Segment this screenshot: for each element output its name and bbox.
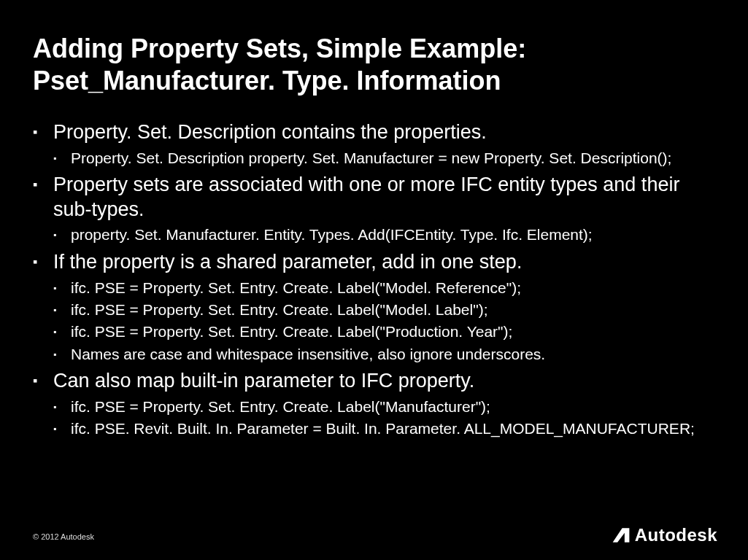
sub-bullet-item: ifc. PSE = Property. Set. Entry. Create.…: [53, 397, 715, 417]
bullet-item: Property. Set. Description contains the …: [33, 120, 715, 168]
sub-bullet-list: ifc. PSE = Property. Set. Entry. Create.…: [53, 278, 715, 365]
bullet-text: Property sets are associated with one or…: [53, 174, 679, 220]
sub-bullet-item: ifc. PSE = Property. Set. Entry. Create.…: [53, 278, 715, 298]
autodesk-logo: Autodesk: [612, 525, 717, 545]
bullet-text: Can also map built-in parameter to IFC p…: [53, 370, 474, 392]
bullet-item: If the property is a shared parameter, a…: [33, 250, 715, 365]
sub-bullet-item: ifc. PSE = Property. Set. Entry. Create.…: [53, 322, 715, 342]
copyright-footer: © 2012 Autodesk: [33, 532, 94, 541]
sub-bullet-item: Names are case and whitespace insensitiv…: [53, 344, 715, 365]
sub-bullet-item: ifc. PSE. Revit. Built. In. Parameter = …: [53, 419, 715, 439]
sub-bullet-list: property. Set. Manufacturer. Entity. Typ…: [53, 225, 715, 245]
autodesk-logo-text: Autodesk: [635, 525, 717, 545]
slide-title: Adding Property Sets, Simple Example: Ps…: [33, 33, 715, 97]
bullet-text: If the property is a shared parameter, a…: [53, 251, 522, 273]
bullet-list: Property. Set. Description contains the …: [33, 120, 715, 440]
sub-bullet-item: ifc. PSE = Property. Set. Entry. Create.…: [53, 300, 715, 320]
bullet-item: Can also map built-in parameter to IFC p…: [33, 369, 715, 439]
sub-bullet-list: Property. Set. Description property. Set…: [53, 148, 715, 168]
bullet-text: Property. Set. Description contains the …: [53, 121, 487, 143]
sub-bullet-list: ifc. PSE = Property. Set. Entry. Create.…: [53, 397, 715, 440]
sub-bullet-item: property. Set. Manufacturer. Entity. Typ…: [53, 225, 715, 245]
sub-bullet-item: Property. Set. Description property. Set…: [53, 148, 715, 168]
autodesk-logo-icon: [612, 526, 631, 545]
bullet-item: Property sets are associated with one or…: [33, 173, 715, 246]
slide: Adding Property Sets, Simple Example: Ps…: [0, 0, 748, 560]
